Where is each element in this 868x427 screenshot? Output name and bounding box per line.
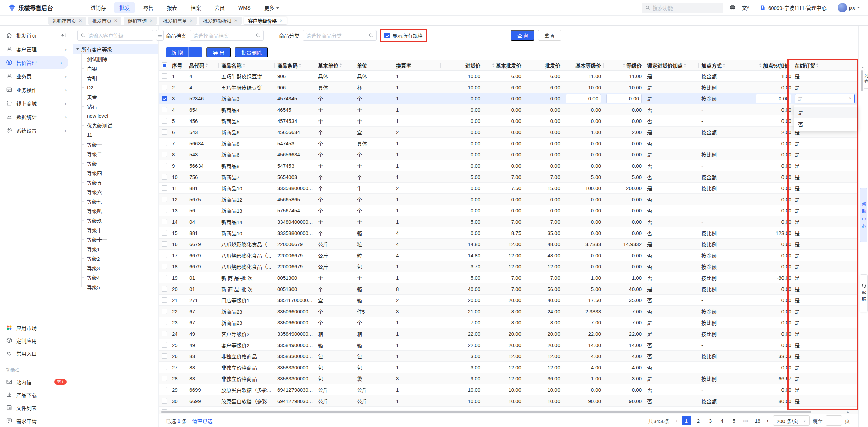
close-icon[interactable]: ✕ bbox=[149, 18, 153, 23]
page-button-4[interactable]: 4 bbox=[718, 416, 727, 425]
tree-item-20[interactable]: 等级1 bbox=[84, 244, 158, 254]
nav-item-6[interactable]: WMS bbox=[233, 3, 256, 12]
tree-item-23[interactable]: 等级4 bbox=[84, 273, 158, 282]
global-search-input[interactable]: 搜索功能 bbox=[642, 3, 723, 13]
tree-item-1[interactable]: 白银 bbox=[84, 63, 158, 73]
store-switcher[interactable]: 60099-宁波1111-管理中心 bbox=[760, 4, 827, 11]
table-row[interactable]: 14804新商品1433480400000...个个15.007.007.000… bbox=[159, 216, 858, 227]
row-checkbox[interactable] bbox=[162, 185, 167, 191]
jump-page-input[interactable] bbox=[826, 415, 842, 426]
price-edit-input[interactable]: 0.00 bbox=[566, 94, 601, 103]
close-icon[interactable]: ✕ bbox=[279, 18, 283, 23]
row-checkbox[interactable] bbox=[162, 387, 167, 392]
page-button-5[interactable]: 5 bbox=[730, 416, 738, 425]
tree-item-11[interactable]: 等级三 bbox=[84, 159, 158, 168]
nav-item-4[interactable]: 档案 bbox=[186, 2, 206, 13]
table-row[interactable]: 254五巧牛酥皮绿豆饼906具体杯110.006.006.0010.0010.0… bbox=[159, 82, 858, 93]
row-checkbox[interactable] bbox=[162, 163, 167, 168]
column-header-7[interactable]: 换算率 bbox=[393, 60, 441, 70]
next-page-button[interactable]: › bbox=[765, 418, 770, 423]
row-checkbox[interactable] bbox=[162, 208, 167, 213]
column-settings-tab[interactable]: 列表 bbox=[864, 69, 868, 89]
row-checkbox[interactable] bbox=[162, 219, 167, 224]
dropdown-option-1[interactable]: 否 bbox=[794, 118, 857, 130]
tree-item-3[interactable]: D2 bbox=[84, 82, 158, 92]
row-checkbox[interactable] bbox=[162, 129, 167, 135]
row-checkbox[interactable] bbox=[162, 107, 167, 112]
tree-item-12[interactable]: 等级四 bbox=[84, 168, 158, 178]
cell-12[interactable]: 是 bbox=[644, 93, 699, 104]
column-header-15[interactable]: 加点%/加价 bbox=[753, 60, 792, 70]
customer-service-button[interactable]: 客服 bbox=[860, 274, 868, 312]
tree-root-all-levels[interactable]: 所有客户等级 bbox=[73, 44, 158, 54]
row-checkbox[interactable] bbox=[162, 320, 167, 325]
row-checkbox[interactable] bbox=[162, 197, 167, 202]
prev-page-button[interactable]: ‹ bbox=[674, 418, 679, 423]
row-checkbox[interactable] bbox=[162, 353, 167, 359]
add-button[interactable]: 新 增 bbox=[166, 47, 188, 57]
horizontal-scrollbar-thumb[interactable] bbox=[161, 411, 811, 413]
sidebar-item-2[interactable]: 售价管理› bbox=[0, 56, 68, 69]
sidebar-tool-item-1[interactable]: 产品下载 bbox=[0, 388, 73, 401]
tree-item-6[interactable]: new level bbox=[84, 111, 158, 120]
table-row[interactable]: 2906699胶原蛋白软糖（多彩...69412798030...公斤公斤110… bbox=[159, 384, 858, 395]
close-icon[interactable]: ✕ bbox=[189, 18, 193, 23]
price-edit-input[interactable]: 0.00 bbox=[756, 94, 791, 103]
column-header-1[interactable]: 序号 bbox=[169, 60, 186, 70]
column-header-6[interactable]: 单位 bbox=[354, 60, 393, 70]
table-row[interactable]: 155881新商品1033358800000...个箱40.008.7535.0… bbox=[159, 227, 858, 239]
collapsed-edge-icon[interactable]: ☰ bbox=[156, 30, 164, 41]
column-header-11[interactable]: 基本等级价 bbox=[563, 60, 604, 70]
tree-search-input[interactable]: 请输入客户等级 bbox=[77, 30, 153, 41]
online-order-select[interactable]: 是∨ bbox=[795, 94, 855, 103]
export-button[interactable]: 导 出 bbox=[206, 47, 231, 57]
row-checkbox[interactable] bbox=[162, 264, 167, 269]
tree-item-10[interactable]: 等级二 bbox=[84, 149, 158, 159]
row-checkbox[interactable] bbox=[162, 297, 167, 303]
close-icon[interactable]: ✕ bbox=[234, 18, 238, 23]
tab-2[interactable]: 促销查询✕ bbox=[124, 17, 157, 25]
archive-select-input[interactable]: 请选择商品档案 bbox=[190, 30, 264, 41]
sort-icon[interactable] bbox=[243, 63, 245, 67]
sidebar-tool-item-0[interactable]: 站内信99+ bbox=[0, 375, 73, 388]
page-button-1[interactable]: 1 bbox=[682, 416, 691, 425]
table-row[interactable]: 28883非独立价格商品33583300000...包袋39.0012.0036… bbox=[159, 373, 858, 384]
close-icon[interactable]: ✕ bbox=[79, 18, 82, 23]
column-header-10[interactable]: 批发价 bbox=[524, 60, 563, 70]
column-header-9[interactable]: 基本批发价 bbox=[483, 60, 524, 70]
cell-10[interactable]: 0.00 bbox=[563, 93, 604, 104]
tree-item-15[interactable]: 等级七 bbox=[84, 197, 158, 206]
column-header-13[interactable]: 锁定进货价加点 bbox=[644, 60, 699, 70]
row-checkbox[interactable] bbox=[162, 118, 167, 124]
vertical-scrollbar-thumb[interactable] bbox=[861, 70, 863, 91]
sort-icon[interactable] bbox=[816, 63, 818, 67]
sidebar-item-1[interactable]: 客户管理› bbox=[0, 42, 73, 56]
column-header-8[interactable]: 进货价 bbox=[441, 60, 483, 70]
sort-icon[interactable] bbox=[340, 63, 342, 67]
tree-item-14[interactable]: 等级六 bbox=[84, 187, 158, 197]
column-header-12[interactable]: 等级价 bbox=[604, 60, 644, 70]
tree-item-21[interactable]: 等级2 bbox=[84, 254, 158, 263]
table-row[interactable]: 57456新商品54574534个个10.000.000.000.000.00否… bbox=[159, 115, 858, 127]
user-menu[interactable]: jxx bbox=[838, 3, 860, 12]
column-header-2[interactable]: 品代码 bbox=[186, 60, 219, 70]
table-row[interactable]: 26883非独立价格商品33583300000...包包13.0012.0012… bbox=[159, 351, 858, 362]
row-checkbox[interactable] bbox=[162, 275, 167, 280]
tab-4[interactable]: 批发超额折扣✕ bbox=[199, 17, 242, 25]
sidebar-item-0[interactable]: 批发首页 bbox=[0, 29, 73, 42]
price-edit-input[interactable]: 0.00 bbox=[606, 94, 642, 103]
row-checkbox[interactable] bbox=[162, 96, 167, 101]
sort-icon[interactable] bbox=[623, 63, 625, 67]
tree-item-9[interactable]: 等级一 bbox=[84, 140, 158, 149]
row-checkbox[interactable] bbox=[162, 141, 167, 146]
table-row[interactable]: 1285675新商品1245665865个个10.000.000.000.000… bbox=[159, 194, 858, 205]
sort-icon[interactable] bbox=[206, 63, 208, 67]
tree-item-18[interactable]: 等级十 bbox=[84, 225, 158, 235]
nav-item-7[interactable]: 更多 bbox=[259, 2, 284, 13]
column-header-4[interactable]: 商品条码 bbox=[275, 60, 315, 70]
sidebar-tool-item-3[interactable]: 需求申请 bbox=[0, 414, 73, 427]
page-size-select[interactable]: 200 条/页 ∨ bbox=[773, 415, 810, 426]
help-center-button[interactable]: 帮助中心 bbox=[860, 188, 867, 242]
nav-item-0[interactable]: 进销存 bbox=[86, 2, 111, 13]
tree-item-0[interactable]: 测试删除 bbox=[84, 54, 158, 63]
